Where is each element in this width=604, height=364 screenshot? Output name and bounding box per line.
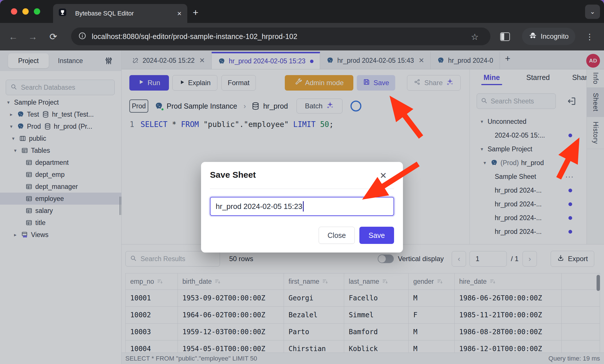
bytebase-favicon (59, 9, 69, 18)
site-info-icon[interactable] (78, 32, 87, 41)
address-bar[interactable]: localhost:8080/sql-editor/prod-sample-in… (71, 28, 490, 45)
chevron-down-icon: ⌄ (590, 8, 595, 15)
tab-search-button[interactable]: ⌄ (585, 5, 600, 19)
save-sheet-dialog: Save Sheet ✕ hr_prod 2024-02-05 15:23 Cl… (201, 162, 403, 253)
dialog-divider (210, 189, 394, 189)
dialog-save-button[interactable]: Save (359, 227, 394, 244)
url-text: localhost:8080/sql-editor/prod-sample-in… (92, 32, 297, 41)
browser-tab[interactable]: Bytebase SQL Editor × (53, 4, 187, 23)
dialog-title: Save Sheet (210, 170, 256, 180)
macos-close-button[interactable] (11, 8, 17, 15)
dialog-close-button[interactable]: Close (319, 227, 355, 244)
browser-toolbar: ← → ⟳ localhost:8080/sql-editor/prod-sam… (0, 23, 604, 50)
incognito-icon (529, 31, 537, 42)
macos-minimize-button[interactable] (22, 8, 29, 15)
browser-menu-icon[interactable]: ⋮ (586, 23, 594, 50)
browser-tab-close-icon[interactable]: × (177, 10, 182, 17)
incognito-label: Incognito (541, 32, 568, 40)
browser-tabstrip: Bytebase SQL Editor × + ⌄ (0, 0, 604, 23)
sheet-name-input[interactable]: hr_prod 2024-02-05 15:23 (210, 197, 394, 216)
macos-fullscreen-button[interactable] (34, 8, 40, 15)
dialog-close-icon[interactable]: ✕ (380, 171, 387, 181)
text-caret (303, 201, 304, 212)
browser-window: Bytebase SQL Editor × + ⌄ ← → ⟳ localhos… (0, 0, 604, 364)
new-tab-button[interactable]: + (193, 7, 198, 18)
reload-button[interactable]: ⟳ (45, 23, 61, 50)
browser-tab-title: Bytebase SQL Editor (75, 10, 173, 17)
incognito-badge: Incognito (522, 28, 575, 45)
back-button[interactable]: ← (5, 23, 21, 50)
forward-button[interactable]: → (25, 23, 41, 50)
side-panel-icon[interactable] (500, 32, 510, 41)
bookmark-star-icon[interactable]: ☆ (471, 23, 479, 50)
